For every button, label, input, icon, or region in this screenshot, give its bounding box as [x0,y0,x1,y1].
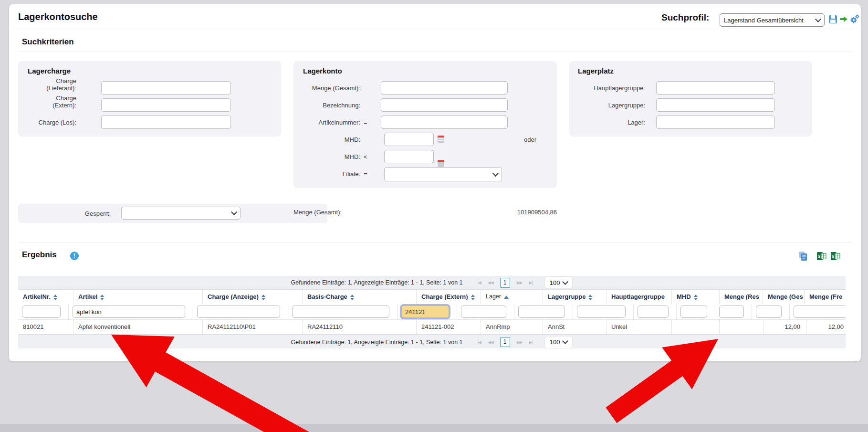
column-filter-input-7[interactable] [577,306,626,318]
page-prev-button[interactable]: ◀◀ [488,280,493,285]
column-header-1[interactable]: Artikel [73,290,203,304]
filter-cell-8 [634,304,677,319]
column-label: Menge (Res [724,293,759,300]
table-cell-5: AnnRmp [481,320,543,334]
table-cell-7: Unkel [607,320,672,334]
column-label: Artikel [78,293,97,300]
summary-menge-gesamt-label: Menge (Gesamt): [293,209,342,216]
column-label: Basis-Charge [307,293,347,300]
chevron-down-icon [231,209,237,215]
charge-extern-input[interactable] [101,98,231,112]
apply-arrow-icon[interactable] [839,16,848,23]
chevron-down-icon [563,338,569,344]
mhd-input[interactable] [384,133,434,146]
bezeichnung-label: Bezeichnung: [289,102,360,109]
column-label: ArtikelNr. [23,293,51,300]
result-section-title: Ergebnis [22,250,57,260]
current-page-box[interactable]: 1 [500,337,510,347]
page-size-value: 100 [550,338,560,346]
mhd-label: MHD: [289,136,360,143]
column-header-6[interactable]: Lagergruppe [543,290,607,304]
table-cell-11: 12,00 [806,320,846,334]
column-filter-input-2[interactable] [197,306,280,318]
lagergruppe-input[interactable] [656,98,775,112]
charge-lieferant-label: Charge (Lieferant): [34,77,76,92]
column-filter-input-1[interactable] [73,306,185,318]
copy-document-icon[interactable] [799,251,807,261]
page-first-button[interactable]: |◀ [478,340,481,345]
page-size-select[interactable]: 100 [544,336,573,348]
column-header-2[interactable]: Charge (Anzeige) [203,290,303,304]
excel-export-icon[interactable]: x [817,252,826,260]
page-last-button[interactable]: ▶| [529,340,532,345]
calendar-icon[interactable] [438,136,444,143]
summary-menge-gesamt-value: 101909504,86 [461,209,557,216]
column-header-3[interactable]: Basis-Charge [303,290,417,304]
calendar-icon[interactable] [438,160,444,167]
divider [18,52,852,52]
menge-gesamt-input[interactable] [381,81,508,95]
column-filter-input-10[interactable] [719,306,744,318]
save-icon[interactable] [829,15,837,23]
gear-icon[interactable] [850,14,859,24]
table-row: 810021Äpfel konventionellRA24112110\P01R… [18,319,846,334]
table-cell-9 [720,320,764,334]
filiale-select[interactable] [384,167,502,181]
filter-cell-0 [18,304,69,319]
menge-gesamt-label: Menge (Gesamt): [289,84,360,92]
page-next-button[interactable]: ▶▶ [517,340,523,345]
page-last-button[interactable]: ▶| [529,280,532,285]
filter-cell-1 [69,304,193,319]
panel-lagerplatz-title: Lagerplatz [578,67,614,75]
page-first-button[interactable]: |◀ [478,280,481,285]
gesperrt-select[interactable] [121,207,241,220]
column-filter-input-8[interactable] [638,306,669,318]
column-filter-input-4[interactable] [401,306,449,318]
info-icon[interactable]: ! [70,252,79,260]
artikelnummer-label: Artikelnummer: [289,119,360,126]
charge-los-input[interactable] [101,116,231,129]
column-filter-input-6[interactable] [518,306,565,318]
sort-asc-icon [504,295,509,299]
charge-los-label: Charge (Los): [34,119,76,126]
pagination-summary: Gefundene Einträge: 1, Angezeigte Einträ… [291,339,463,346]
gesperrt-label: Gesperrt: [48,210,111,217]
column-header-0[interactable]: ArtikelNr. [18,290,73,304]
charge-lieferant-input[interactable] [101,81,231,95]
page-prev-button[interactable]: ◀◀ [488,340,493,345]
table-cell-2: RA24112110\P01 [203,320,303,334]
sort-both-icon [588,295,592,300]
mhd-before-input[interactable] [384,150,434,163]
column-filter-input-3[interactable] [292,306,389,318]
sort-both-icon [471,295,475,300]
table-header-row: ArtikelNr.ArtikelCharge (Anzeige)Basis-C… [18,290,846,304]
page-next-button[interactable]: ▶▶ [517,280,523,285]
column-filter-input-5[interactable] [461,306,506,318]
hauptlagergruppe-input[interactable] [656,81,775,95]
column-header-4[interactable]: Charge (Extern) [417,290,481,304]
excel-export-all-icon[interactable]: x [831,252,840,260]
filter-cell-4 [397,304,457,319]
divider [9,29,861,29]
column-header-5[interactable]: Lager [481,290,543,304]
column-header-10: Menge (Ges [763,290,805,304]
column-header-8[interactable]: MHD [672,290,720,304]
column-filter-input-11[interactable] [756,306,782,318]
page-size-select[interactable]: 100 [544,276,573,289]
artikelnummer-input[interactable] [381,116,508,129]
table-cell-10: 12,00 [764,320,806,334]
result-table: Gefundene Einträge: 1, Angezeigte Einträ… [18,276,846,348]
current-page-box[interactable]: 1 [500,278,510,288]
column-filter-input-0[interactable] [22,306,61,318]
bezeichnung-input[interactable] [381,98,508,112]
suchprofil-select[interactable]: Lagerstand Gesamtübersicht [720,13,825,27]
sort-both-icon [694,295,698,300]
filter-cell-6 [514,304,573,319]
filter-cell-11 [752,304,790,319]
table-cell-8 [672,320,720,334]
lager-input[interactable] [656,116,775,129]
column-filter-input-12[interactable] [794,306,846,318]
pagination-summary: Gefundene Einträge: 1, Angezeigte Einträ… [291,279,463,286]
column-filter-input-9[interactable] [680,306,707,318]
lager-label: Lager: [574,119,645,126]
